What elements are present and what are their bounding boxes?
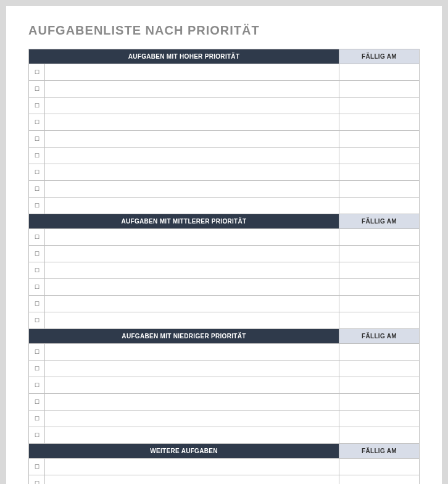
table-row: ☐ xyxy=(29,164,420,181)
checkbox-icon[interactable]: ☐ xyxy=(29,148,45,164)
task-cell[interactable] xyxy=(45,262,339,279)
checkbox-icon[interactable]: ☐ xyxy=(29,164,45,181)
table-row: ☐ xyxy=(29,81,420,98)
checkbox-icon[interactable]: ☐ xyxy=(29,262,45,279)
checkbox-icon[interactable]: ☐ xyxy=(29,279,45,296)
table-row: ☐ xyxy=(29,279,420,296)
checkbox-icon[interactable]: ☐ xyxy=(29,427,45,444)
table-row: ☐ xyxy=(29,246,420,262)
task-cell[interactable] xyxy=(45,312,339,329)
table-row: ☐ xyxy=(29,459,420,475)
task-cell[interactable] xyxy=(45,64,339,81)
table-row: ☐ xyxy=(29,229,420,246)
task-cell[interactable] xyxy=(45,377,339,394)
task-cell[interactable] xyxy=(45,98,339,114)
section-header-due: FÄLLIG AM xyxy=(339,214,420,229)
due-cell[interactable] xyxy=(339,411,420,427)
table-row: ☐ xyxy=(29,262,420,279)
table-row: ☐ xyxy=(29,148,420,164)
task-cell[interactable] xyxy=(45,475,339,485)
due-cell[interactable] xyxy=(339,131,420,148)
checkbox-icon[interactable]: ☐ xyxy=(29,344,45,361)
checkbox-icon[interactable]: ☐ xyxy=(29,181,45,198)
table-row: ☐ xyxy=(29,198,420,214)
due-cell[interactable] xyxy=(339,427,420,444)
due-cell[interactable] xyxy=(339,296,420,312)
due-cell[interactable] xyxy=(339,361,420,377)
page-title: AUFGABENLISTE NACH PRIORITÄT xyxy=(28,23,420,38)
table-row: ☐ xyxy=(29,361,420,377)
due-cell[interactable] xyxy=(339,64,420,81)
due-cell[interactable] xyxy=(339,459,420,475)
checkbox-icon[interactable]: ☐ xyxy=(29,81,45,98)
checkbox-icon[interactable]: ☐ xyxy=(29,64,45,81)
section-header-tasks: AUFGABEN MIT MITTLERER PRIORITÄT xyxy=(29,214,339,229)
due-cell[interactable] xyxy=(339,475,420,485)
task-cell[interactable] xyxy=(45,229,339,246)
due-cell[interactable] xyxy=(339,279,420,296)
section-header-due: FÄLLIG AM xyxy=(339,49,420,64)
checkbox-icon[interactable]: ☐ xyxy=(29,246,45,262)
checkbox-icon[interactable]: ☐ xyxy=(29,475,45,485)
priority-task-table: AUFGABEN MIT HOHER PRIORITÄTFÄLLIG AM☐☐☐… xyxy=(28,49,420,484)
due-cell[interactable] xyxy=(339,312,420,329)
due-cell[interactable] xyxy=(339,114,420,131)
table-row: ☐ xyxy=(29,344,420,361)
task-cell[interactable] xyxy=(45,198,339,214)
table-row: ☐ xyxy=(29,411,420,427)
due-cell[interactable] xyxy=(339,394,420,411)
due-cell[interactable] xyxy=(339,198,420,214)
table-row: ☐ xyxy=(29,394,420,411)
task-cell[interactable] xyxy=(45,411,339,427)
task-cell[interactable] xyxy=(45,148,339,164)
task-cell[interactable] xyxy=(45,427,339,444)
due-cell[interactable] xyxy=(339,229,420,246)
due-cell[interactable] xyxy=(339,181,420,198)
checkbox-icon[interactable]: ☐ xyxy=(29,98,45,114)
due-cell[interactable] xyxy=(339,344,420,361)
task-cell[interactable] xyxy=(45,344,339,361)
due-cell[interactable] xyxy=(339,98,420,114)
table-row: ☐ xyxy=(29,377,420,394)
task-cell[interactable] xyxy=(45,394,339,411)
checkbox-icon[interactable]: ☐ xyxy=(29,394,45,411)
due-cell[interactable] xyxy=(339,246,420,262)
checkbox-icon[interactable]: ☐ xyxy=(29,377,45,394)
checkbox-icon[interactable]: ☐ xyxy=(29,114,45,131)
checkbox-icon[interactable]: ☐ xyxy=(29,131,45,148)
due-cell[interactable] xyxy=(339,81,420,98)
section-header-tasks: AUFGABEN MIT NIEDRIGER PRIORITÄT xyxy=(29,329,339,344)
due-cell[interactable] xyxy=(339,377,420,394)
task-cell[interactable] xyxy=(45,246,339,262)
table-row: ☐ xyxy=(29,181,420,198)
task-cell[interactable] xyxy=(45,361,339,377)
due-cell[interactable] xyxy=(339,164,420,181)
task-cell[interactable] xyxy=(45,279,339,296)
table-row: ☐ xyxy=(29,98,420,114)
table-row: ☐ xyxy=(29,296,420,312)
task-cell[interactable] xyxy=(45,459,339,475)
task-cell[interactable] xyxy=(45,131,339,148)
task-cell[interactable] xyxy=(45,181,339,198)
task-cell[interactable] xyxy=(45,114,339,131)
due-cell[interactable] xyxy=(339,262,420,279)
section-header-tasks: AUFGABEN MIT HOHER PRIORITÄT xyxy=(29,49,339,64)
checkbox-icon[interactable]: ☐ xyxy=(29,361,45,377)
task-cell[interactable] xyxy=(45,81,339,98)
table-row: ☐ xyxy=(29,427,420,444)
table-row: ☐ xyxy=(29,312,420,329)
checkbox-icon[interactable]: ☐ xyxy=(29,198,45,214)
section-header-due: FÄLLIG AM xyxy=(339,329,420,344)
checkbox-icon[interactable]: ☐ xyxy=(29,312,45,329)
table-row: ☐ xyxy=(29,131,420,148)
table-row: ☐ xyxy=(29,475,420,485)
document-page: AUFGABENLISTE NACH PRIORITÄT AUFGABEN MI… xyxy=(6,6,442,484)
checkbox-icon[interactable]: ☐ xyxy=(29,229,45,246)
task-cell[interactable] xyxy=(45,296,339,312)
checkbox-icon[interactable]: ☐ xyxy=(29,459,45,475)
section-header-tasks: WEITERE AUFGABEN xyxy=(29,444,339,459)
checkbox-icon[interactable]: ☐ xyxy=(29,411,45,427)
checkbox-icon[interactable]: ☐ xyxy=(29,296,45,312)
due-cell[interactable] xyxy=(339,148,420,164)
task-cell[interactable] xyxy=(45,164,339,181)
